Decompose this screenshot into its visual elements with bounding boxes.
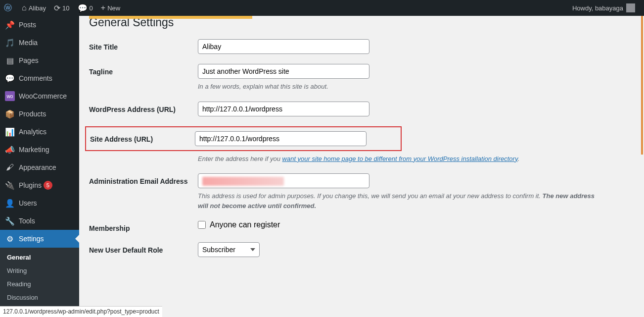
sidebar-item-woocommerce[interactable]: woWooCommerce (0, 87, 79, 105)
site-name-text: Alibay (29, 4, 46, 12)
label-admin-email: Administration Email Address (89, 173, 198, 185)
checkbox-membership[interactable] (198, 221, 206, 229)
input-wp-url[interactable] (198, 102, 369, 116)
comment-icon: 💬 (78, 3, 88, 13)
users-icon: 👤 (5, 198, 15, 208)
sidebar-item-analytics[interactable]: 📊Analytics (0, 123, 79, 141)
row-membership: Membership Anyone can register (89, 220, 634, 232)
comments-link[interactable]: 💬0 (74, 0, 97, 16)
label-default-role: New User Default Role (89, 242, 198, 254)
sidebar-item-pages[interactable]: ▤Pages (0, 52, 79, 69)
sidebar-item-plugins[interactable]: 🔌Plugins5 (0, 176, 79, 194)
browser-statusbar: 127.0.0.1/wordpress/wp-admin/edit.php?po… (0, 306, 162, 317)
tools-icon: 🔧 (5, 216, 15, 226)
updates-link[interactable]: ⟳10 (50, 0, 73, 16)
row-tagline: Tagline In a few words, explain what thi… (89, 64, 634, 92)
sidebar-item-appearance[interactable]: 🖌Appearance (0, 158, 79, 176)
submenu-general[interactable]: General (0, 251, 79, 264)
sidebar-label: WooCommerce (19, 92, 67, 100)
updates-count: 10 (62, 4, 69, 12)
wordpress-icon: ⓦ (4, 3, 12, 13)
main-content: General Settings Site Title Tagline In a… (79, 16, 644, 277)
sidebar-item-posts[interactable]: 📌Posts (0, 16, 79, 34)
select-default-role[interactable]: Subscriber (198, 242, 260, 257)
page-icon: ▤ (5, 55, 15, 65)
sidebar-label: Settings (19, 235, 44, 243)
howdy-text: Howdy, babayaga (572, 4, 623, 12)
link-site-url-help[interactable]: want your site home page to be different… (282, 155, 518, 162)
label-site-title: Site Title (89, 39, 198, 51)
row-site-title: Site Title (89, 39, 634, 54)
pin-icon: 📌 (5, 20, 15, 30)
new-content-link[interactable]: +New (97, 0, 124, 16)
redacted-email (202, 177, 284, 186)
woo-icon: wo (5, 91, 15, 101)
media-icon: 🎵 (5, 38, 15, 48)
sidebar-label: Products (19, 110, 46, 118)
admin-sidebar: 📌Posts 🎵Media ▤Pages 💬Comments woWooComm… (0, 16, 79, 317)
sidebar-item-users[interactable]: 👤Users (0, 194, 79, 212)
notice-bar (89, 16, 252, 19)
sidebar-label: Plugins (19, 181, 42, 189)
row-default-role: New User Default Role Subscriber (89, 242, 634, 257)
label-membership: Membership (89, 220, 198, 232)
sidebar-label: Appearance (19, 163, 56, 171)
input-tagline[interactable] (198, 64, 369, 79)
wp-logo[interactable]: ⓦ (0, 0, 18, 16)
sidebar-label: Comments (19, 74, 52, 82)
sidebar-label: Pages (19, 56, 39, 64)
plugins-badge: 5 (44, 181, 52, 190)
sidebar-label: Analytics (19, 128, 46, 136)
submenu-reading[interactable]: Reading (0, 277, 79, 291)
highlight-site-url: Site Address (URL) (85, 126, 402, 151)
desc-tagline: In a few words, explain what this site i… (198, 82, 603, 92)
site-name-link[interactable]: ⌂Alibay (18, 0, 50, 16)
sidebar-item-products[interactable]: 📦Products (0, 105, 79, 123)
label-tagline: Tagline (89, 64, 198, 76)
new-label: New (107, 4, 120, 12)
sidebar-item-media[interactable]: 🎵Media (0, 34, 79, 52)
settings-submenu: General Writing Reading Discussion (0, 248, 79, 307)
megaphone-icon: 📣 (5, 145, 15, 155)
my-account-link[interactable]: Howdy, babayaga (568, 0, 639, 16)
brush-icon: 🖌 (5, 162, 15, 172)
sidebar-label: Posts (19, 21, 36, 29)
plugin-icon: 🔌 (5, 180, 15, 190)
comment-icon: 💬 (5, 73, 15, 83)
update-icon: ⟳ (54, 3, 60, 13)
sidebar-item-tools[interactable]: 🔧Tools (0, 212, 79, 230)
desc-admin-email: This address is used for admin purposes.… (198, 191, 603, 211)
label-site-url: Site Address (URL) (90, 131, 195, 143)
row-wp-url: WordPress Address (URL) (89, 102, 634, 116)
checkbox-membership-text: Anyone can register (210, 220, 280, 229)
analytics-icon: 📊 (5, 127, 15, 137)
products-icon: 📦 (5, 109, 15, 119)
input-site-title[interactable] (198, 39, 369, 54)
submenu-discussion[interactable]: Discussion (0, 291, 79, 304)
comments-count: 0 (90, 4, 93, 12)
sidebar-item-settings[interactable]: ⚙Settings (0, 230, 79, 248)
label-wp-url: WordPress Address (URL) (89, 102, 198, 113)
row-admin-email: Administration Email Address This addres… (89, 173, 634, 211)
sidebar-label: Media (19, 39, 38, 47)
plus-icon: + (101, 3, 105, 12)
sidebar-label: Users (19, 199, 37, 207)
checkbox-membership-label[interactable]: Anyone can register (198, 220, 634, 229)
submenu-writing[interactable]: Writing (0, 264, 79, 277)
avatar (626, 3, 635, 12)
row-site-url: Site Address (URL) (90, 131, 397, 146)
sidebar-item-comments[interactable]: 💬Comments (0, 69, 79, 87)
input-site-url[interactable] (195, 131, 367, 146)
sidebar-label: Tools (19, 217, 35, 225)
settings-icon: ⚙ (5, 234, 15, 244)
input-admin-email[interactable] (198, 173, 369, 188)
desc-site-url: Enter the address here if you want your … (198, 154, 603, 164)
home-icon: ⌂ (22, 3, 27, 12)
admin-toolbar: ⓦ ⌂Alibay ⟳10 💬0 +New Howdy, babayaga (0, 0, 644, 16)
sidebar-item-marketing[interactable]: 📣Marketing (0, 141, 79, 158)
sidebar-label: Marketing (19, 146, 49, 154)
